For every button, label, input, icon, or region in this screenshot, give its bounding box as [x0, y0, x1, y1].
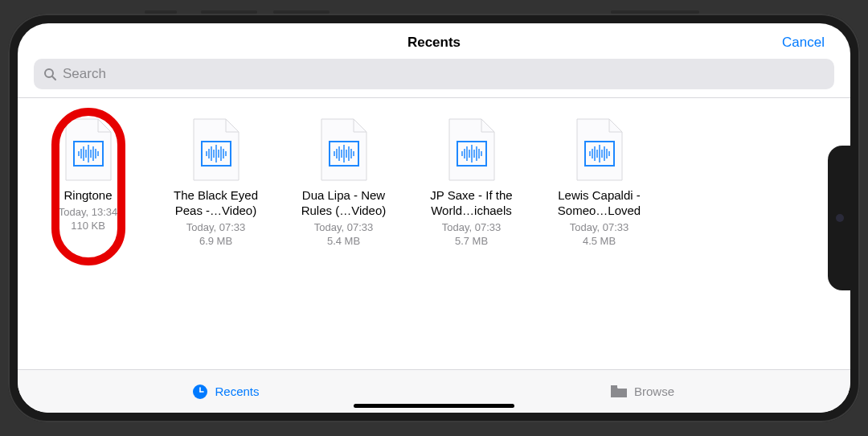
- file-name: Dua Lipa - New Rules (…Video): [285, 188, 403, 219]
- folder-icon: [610, 385, 628, 399]
- file-item[interactable]: JP Saxe - If the World…ichaels Today, 07…: [409, 113, 534, 369]
- file-size: 4.5 MB: [540, 234, 658, 249]
- file-item[interactable]: The Black Eyed Peas -…Video) Today, 07:3…: [154, 113, 278, 369]
- file-date: Today, 07:33: [412, 220, 530, 235]
- audio-file-icon: [190, 117, 242, 182]
- audio-file-icon: [574, 117, 625, 182]
- file-item[interactable]: Ringtone Today, 13:34 110 KB: [26, 113, 150, 369]
- file-size: 110 KB: [29, 219, 147, 233]
- page-title: Recents: [407, 35, 461, 51]
- svg-rect-57: [611, 385, 617, 388]
- cancel-button[interactable]: Cancel: [782, 35, 825, 51]
- audio-file-icon: [446, 117, 497, 182]
- home-indicator[interactable]: [354, 404, 514, 408]
- file-name: Lewis Capaldi - Someo…Loved: [540, 188, 658, 219]
- file-date: Today, 07:33: [540, 220, 658, 235]
- file-size: 5.7 MB: [412, 234, 530, 249]
- file-name: JP Saxe - If the World…ichaels: [412, 188, 530, 219]
- file-name: Ringtone: [29, 188, 147, 204]
- file-date: Today, 07:33: [157, 220, 275, 235]
- file-item[interactable]: Dua Lipa - New Rules (…Video) Today, 07:…: [281, 113, 406, 369]
- tab-browse-label: Browse: [634, 385, 674, 398]
- audio-file-icon: [318, 117, 370, 182]
- file-date: Today, 07:33: [285, 220, 403, 235]
- search-icon: [43, 68, 56, 80]
- search-input[interactable]: Search: [34, 59, 834, 89]
- file-grid: Ringtone Today, 13:34 110 KB: [18, 98, 850, 369]
- audio-file-icon: [63, 117, 114, 182]
- svg-line-1: [52, 76, 55, 80]
- file-item[interactable]: Lewis Capaldi - Someo…Loved Today, 07:33…: [537, 113, 661, 369]
- clock-icon: [192, 384, 208, 400]
- search-placeholder: Search: [63, 66, 106, 82]
- tab-recents-label: Recents: [215, 385, 259, 398]
- file-size: 5.4 MB: [285, 234, 403, 249]
- file-date: Today, 13:34: [29, 205, 147, 220]
- header-bar: Recents Cancel: [18, 23, 850, 59]
- file-name: The Black Eyed Peas -…Video): [157, 188, 275, 219]
- file-size: 6.9 MB: [157, 234, 275, 249]
